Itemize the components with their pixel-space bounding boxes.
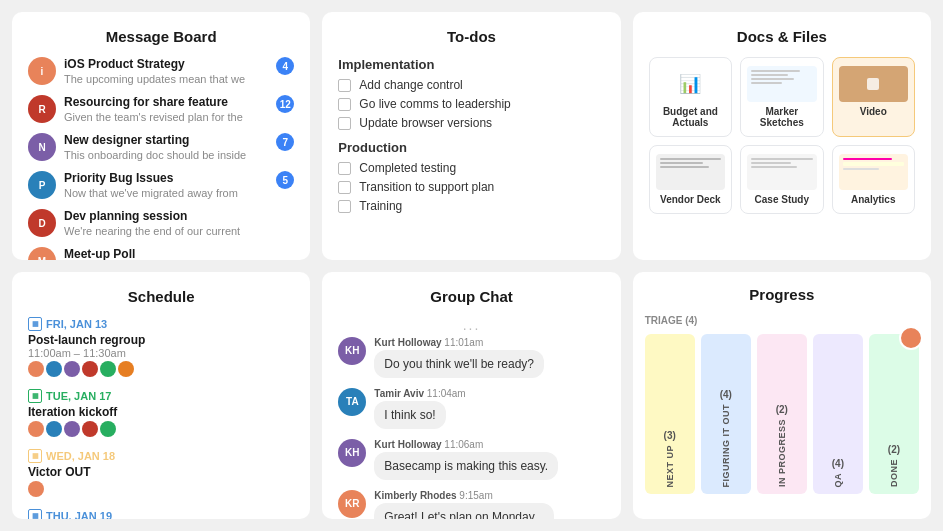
- doc-thumbnail: [839, 154, 908, 190]
- doc-label: Marker Sketches: [747, 106, 816, 128]
- calendar-icon: ▦: [28, 317, 42, 331]
- schedule-title: Schedule: [28, 288, 294, 305]
- kanban-label: NEXT UP: [665, 445, 675, 488]
- docs-grid: 📊 Budget and Actuals Marker Sketches Vid…: [649, 57, 915, 214]
- todo-checkbox[interactable]: [338, 181, 351, 194]
- chat-avatar: KH: [338, 439, 366, 467]
- doc-item[interactable]: Analytics: [832, 145, 915, 214]
- message-sub: This onboarding doc should be inside: [64, 149, 268, 161]
- schedule-item[interactable]: ▦ TUE, JAN 17 Iteration kickoff: [28, 389, 294, 437]
- progress-avatar: [899, 326, 923, 350]
- kanban-count: (4): [832, 458, 844, 469]
- message-avatar: i: [28, 57, 56, 85]
- message-item[interactable]: P Priority Bug Issues Now that we've mig…: [28, 171, 294, 199]
- doc-thumbnail: 📊: [656, 66, 725, 102]
- schedule-day: ▦ FRI, JAN 13: [28, 317, 294, 331]
- todos-title: To-dos: [338, 28, 604, 45]
- schedule-item[interactable]: ▦ WED, JAN 18 Victor OUT: [28, 449, 294, 497]
- chat-avatar: KH: [338, 337, 366, 365]
- todo-checkbox[interactable]: [338, 162, 351, 175]
- todo-text: Training: [359, 199, 402, 213]
- todo-checkbox[interactable]: [338, 79, 351, 92]
- kanban-count: (3): [664, 430, 676, 441]
- triage-label: TRIAGE (4): [645, 315, 919, 326]
- doc-item[interactable]: Case Study: [740, 145, 823, 214]
- kanban-column: (2) IN PROGRESS: [757, 334, 807, 494]
- chat-sender-name: Kurt Holloway: [374, 337, 441, 348]
- doc-item[interactable]: Marker Sketches: [740, 57, 823, 137]
- todo-text: Transition to support plan: [359, 180, 494, 194]
- schedule-avatar: [46, 421, 62, 437]
- message-item[interactable]: i iOS Product Strategy The upcoming upda…: [28, 57, 294, 85]
- todo-item[interactable]: Training: [338, 199, 604, 213]
- message-title: New designer starting: [64, 133, 268, 149]
- message-sub: Given the team's revised plan for the: [64, 111, 268, 123]
- kanban-count: (2): [888, 444, 900, 455]
- chat-meta: Kimberly Rhodes 9:15am: [374, 490, 554, 501]
- todo-item[interactable]: Completed testing: [338, 161, 604, 175]
- todo-item[interactable]: Add change control: [338, 78, 604, 92]
- chat-content: Tamir Aviv 11:04am I think so!: [374, 388, 465, 429]
- schedule-event-name: Post-launch regroup: [28, 333, 294, 347]
- kanban-column: (2) DONE: [869, 334, 919, 494]
- schedule-panel: Schedule ▦ FRI, JAN 13 Post-launch regro…: [12, 272, 310, 520]
- schedule-avatar: [100, 421, 116, 437]
- message-content: Meet-up Poll: [64, 247, 294, 260]
- schedule-event-name: Iteration kickoff: [28, 405, 294, 419]
- todo-item[interactable]: Update browser versions: [338, 116, 604, 130]
- group-chat-panel: Group Chat ... KH Kurt Holloway 11:01am …: [322, 272, 620, 520]
- chat-message: KH Kurt Holloway 11:06am Basecamp is mak…: [338, 439, 604, 480]
- chat-message: KR Kimberly Rhodes 9:15am Great! Let's p…: [338, 490, 604, 520]
- schedule-time: 11:00am – 11:30am: [28, 347, 294, 359]
- schedule-event-name: Victor OUT: [28, 465, 294, 479]
- message-board-title: Message Board: [28, 28, 294, 45]
- message-board-panel: Message Board i iOS Product Strategy The…: [12, 12, 310, 260]
- todo-checkbox[interactable]: [338, 117, 351, 130]
- schedule-item[interactable]: ▦ FRI, JAN 13 Post-launch regroup 11:00a…: [28, 317, 294, 377]
- todo-checkbox[interactable]: [338, 200, 351, 213]
- message-title: iOS Product Strategy: [64, 57, 268, 73]
- schedule-avatar: [28, 481, 44, 497]
- todo-checkbox[interactable]: [338, 98, 351, 111]
- doc-thumbnail: [747, 154, 816, 190]
- chat-time: 11:04am: [427, 388, 466, 399]
- docs-title: Docs & Files: [649, 28, 915, 45]
- message-item[interactable]: N New designer starting This onboarding …: [28, 133, 294, 161]
- doc-thumbnail: [839, 66, 908, 102]
- message-title: Resourcing for share feature: [64, 95, 268, 111]
- chat-avatar: TA: [338, 388, 366, 416]
- message-title: Priority Bug Issues: [64, 171, 268, 187]
- message-badge: 7: [276, 133, 294, 151]
- chat-sender-name: Tamir Aviv: [374, 388, 424, 399]
- chat-content: Kimberly Rhodes 9:15am Great! Let's plan…: [374, 490, 554, 520]
- chat-messages: KH Kurt Holloway 11:01am Do you think we…: [338, 337, 604, 520]
- doc-thumbnail: [747, 66, 816, 102]
- chat-avatar: KR: [338, 490, 366, 518]
- message-item[interactable]: R Resourcing for share feature Given the…: [28, 95, 294, 123]
- message-sub: The upcoming updates mean that we: [64, 73, 268, 85]
- calendar-icon: ▦: [28, 449, 42, 463]
- doc-item[interactable]: Vendor Deck: [649, 145, 732, 214]
- doc-item[interactable]: 📊 Budget and Actuals: [649, 57, 732, 137]
- todo-item[interactable]: Transition to support plan: [338, 180, 604, 194]
- message-avatar: P: [28, 171, 56, 199]
- todo-text: Go live comms to leadership: [359, 97, 510, 111]
- message-badge: 12: [276, 95, 294, 113]
- chat-sender-name: Kimberly Rhodes: [374, 490, 456, 501]
- schedule-avatar: [64, 361, 80, 377]
- calendar-icon: ▦: [28, 389, 42, 403]
- todo-item[interactable]: Go live comms to leadership: [338, 97, 604, 111]
- message-item[interactable]: M Meet-up Poll: [28, 247, 294, 260]
- chat-message: KH Kurt Holloway 11:01am Do you think we…: [338, 337, 604, 378]
- schedule-item[interactable]: ▦ THU, JAN 19: [28, 509, 294, 520]
- doc-label: Video: [839, 106, 908, 117]
- schedule-avatar: [82, 421, 98, 437]
- message-title: Meet-up Poll: [64, 247, 294, 260]
- message-item[interactable]: D Dev planning session We're nearing the…: [28, 209, 294, 237]
- doc-label: Vendor Deck: [656, 194, 725, 205]
- group-chat-title: Group Chat: [338, 288, 604, 305]
- chat-message: TA Tamir Aviv 11:04am I think so!: [338, 388, 604, 429]
- kanban-count: (4): [720, 389, 732, 400]
- kanban-label: DONE: [889, 459, 899, 487]
- doc-item[interactable]: Video: [832, 57, 915, 137]
